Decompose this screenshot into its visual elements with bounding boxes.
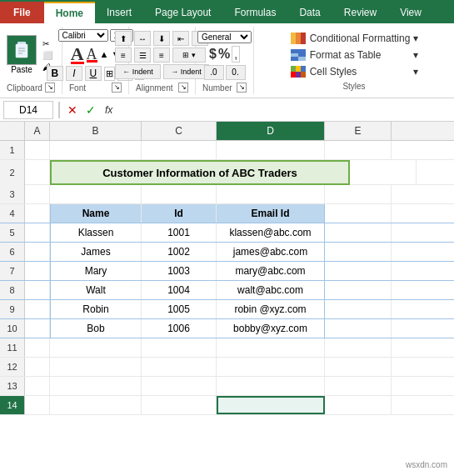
tab-home[interactable]: Home (44, 2, 95, 23)
cell-d4[interactable]: Email Id (217, 204, 325, 223)
cell-b9[interactable]: Robin (50, 300, 142, 318)
cell-c7[interactable]: 1003 (142, 262, 217, 280)
cell-c8[interactable]: 1004 (142, 281, 217, 299)
align-top-button[interactable]: ⬆ (115, 31, 132, 46)
cell-c10[interactable]: 1006 (142, 319, 217, 338)
cell-c6[interactable]: 1002 (142, 243, 217, 261)
cell-e9[interactable] (325, 300, 392, 318)
cell-d13[interactable] (217, 377, 325, 395)
bold-button[interactable]: B (47, 66, 63, 81)
align-middle-button[interactable]: ↔ (134, 31, 151, 46)
cell-e11[interactable] (325, 338, 392, 357)
cell-d14[interactable] (217, 396, 325, 414)
cancel-formula-button[interactable]: ✕ (65, 103, 80, 117)
cell-c12[interactable] (142, 358, 217, 376)
cell-b5[interactable]: Klassen (50, 223, 142, 242)
cell-c5[interactable]: 1001 (142, 223, 217, 242)
formula-input[interactable] (119, 101, 451, 119)
cell-e7[interactable] (325, 262, 392, 280)
cell-a10[interactable] (25, 319, 50, 338)
cell-d3[interactable] (217, 185, 325, 203)
title-cell[interactable]: Customer Information of ABC Traders (50, 160, 350, 185)
cell-d9[interactable]: robin @xyz.com (217, 300, 325, 318)
cell-e13[interactable] (325, 377, 392, 395)
cell-c13[interactable] (142, 377, 217, 395)
cell-d12[interactable] (217, 358, 325, 376)
col-header-b[interactable]: B (50, 122, 142, 140)
cell-a14[interactable] (25, 396, 50, 414)
conditional-formatting-button[interactable]: Conditional Formatting ▾ (288, 31, 421, 46)
cell-b11[interactable] (50, 338, 142, 357)
cell-b6[interactable]: James (50, 243, 142, 261)
cell-b10[interactable]: Bob (50, 319, 142, 338)
paste-button[interactable]: Paste (7, 35, 37, 74)
tab-insert[interactable]: Insert (95, 2, 143, 23)
cell-d1[interactable] (217, 141, 325, 159)
cell-d10[interactable]: bobby@xyz.com (217, 319, 325, 338)
alignment-expand[interactable]: ↘ (178, 83, 188, 93)
clipboard-expand[interactable]: ↘ (45, 83, 55, 93)
cell-a3[interactable] (25, 185, 50, 203)
cell-a12[interactable] (25, 358, 50, 376)
cell-e6[interactable] (325, 243, 392, 261)
decrease-decimal-button[interactable]: 0. (226, 65, 246, 80)
cell-b8[interactable]: Walt (50, 281, 142, 299)
increase-decimal-button[interactable]: .0 (204, 65, 224, 80)
cell-a13[interactable] (25, 377, 50, 395)
cell-d8[interactable]: walt@abc.com (217, 281, 325, 299)
cell-b3[interactable] (50, 185, 142, 203)
cell-a2[interactable] (25, 160, 50, 185)
comma-icon[interactable]: , (232, 46, 240, 63)
cell-c11[interactable] (142, 338, 217, 357)
tab-formulas[interactable]: Formulas (222, 2, 287, 23)
cell-e12[interactable] (325, 358, 392, 376)
cell-a6[interactable] (25, 243, 50, 261)
font-expand[interactable]: ↘ (112, 83, 122, 93)
cell-e4[interactable] (325, 204, 392, 223)
align-center-button[interactable]: ☰ (134, 48, 151, 63)
cell-b12[interactable] (50, 358, 142, 376)
cell-a8[interactable] (25, 281, 50, 299)
align-left-button[interactable]: ≡ (115, 48, 132, 63)
number-format-select[interactable]: General (197, 31, 252, 43)
cell-c9[interactable]: 1005 (142, 300, 217, 318)
cell-b14[interactable] (50, 396, 142, 414)
cell-e2[interactable] (350, 160, 417, 185)
col-header-d[interactable]: D (217, 122, 325, 140)
format-as-table-button[interactable]: Format as Table ▾ (288, 48, 421, 63)
cell-e10[interactable] (325, 319, 392, 338)
number-expand[interactable]: ↘ (237, 83, 247, 93)
cell-d11[interactable] (217, 338, 325, 357)
increase-font-icon[interactable]: ▲ (100, 49, 109, 59)
cell-d7[interactable]: mary@abc.com (217, 262, 325, 280)
cell-reference-box[interactable]: D14 (3, 101, 53, 119)
cell-c4[interactable]: Id (142, 204, 217, 223)
tab-page-layout[interactable]: Page Layout (143, 2, 222, 23)
cell-a5[interactable] (25, 223, 50, 242)
border-button[interactable]: ⊞ (104, 67, 115, 81)
percent-icon[interactable]: % (218, 47, 230, 62)
currency-icon[interactable]: $ (209, 47, 217, 62)
tab-data[interactable]: Data (287, 2, 332, 23)
cell-b13[interactable] (50, 377, 142, 395)
cell-c3[interactable] (142, 185, 217, 203)
wrap-text-button[interactable]: ⇤ (172, 31, 189, 46)
cell-e8[interactable] (325, 281, 392, 299)
cell-a11[interactable] (25, 338, 50, 357)
underline-button[interactable]: U (85, 66, 102, 81)
cell-a1[interactable] (25, 141, 50, 159)
col-header-c[interactable]: C (142, 122, 217, 140)
tab-review[interactable]: Review (332, 2, 388, 23)
decrease-indent-button[interactable]: ← Indent (115, 64, 161, 79)
cell-c1[interactable] (142, 141, 217, 159)
cell-b1[interactable] (50, 141, 142, 159)
tab-view[interactable]: View (388, 2, 433, 23)
font-family-select[interactable]: Calibri (58, 29, 108, 42)
cell-e1[interactable] (325, 141, 392, 159)
italic-button[interactable]: I (66, 66, 82, 81)
cell-e5[interactable] (325, 223, 392, 242)
col-header-a[interactable]: A (25, 122, 50, 140)
tab-file[interactable]: File (0, 2, 44, 23)
align-bottom-button[interactable]: ⬇ (153, 31, 170, 46)
cell-c14[interactable] (142, 396, 217, 414)
